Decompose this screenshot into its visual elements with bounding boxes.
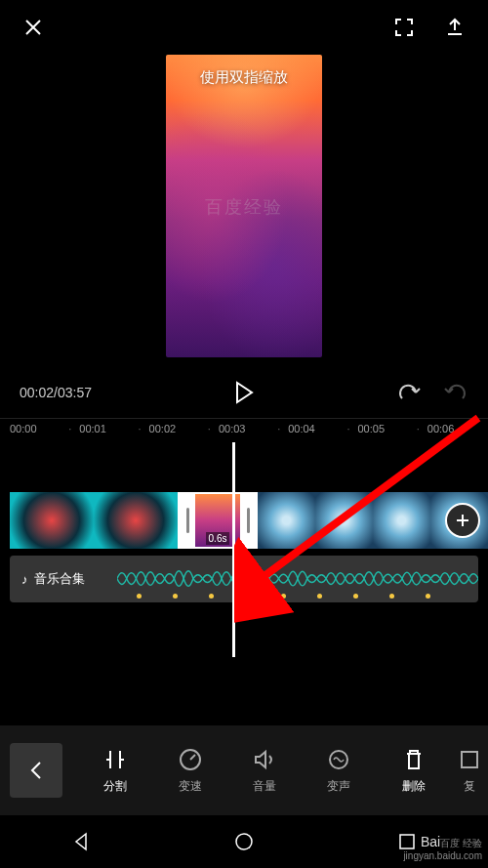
split-icon <box>102 747 128 772</box>
audio-track-label: ♪ 音乐合集 <box>10 570 85 588</box>
time-display: 00:02/03:57 <box>20 385 92 400</box>
speed-icon <box>178 747 203 772</box>
nav-back[interactable] <box>67 828 95 855</box>
tool-restore[interactable]: 复 <box>451 747 488 795</box>
close-button[interactable] <box>20 14 47 41</box>
tool-voice[interactable]: 变声 <box>302 747 376 795</box>
play-button[interactable] <box>228 377 260 408</box>
annotation-arrow <box>234 413 488 628</box>
edit-toolbar: 分割 变速 音量 变声 删除 复 <box>0 725 488 815</box>
clip-handle-left[interactable] <box>180 494 195 547</box>
delete-icon <box>401 747 427 772</box>
undo-button[interactable] <box>396 379 424 406</box>
voice-icon <box>326 747 351 772</box>
nav-home[interactable] <box>230 828 258 855</box>
restore-icon <box>457 747 482 772</box>
volume-icon <box>252 747 277 772</box>
redo-button[interactable] <box>441 379 468 406</box>
tool-split[interactable]: 分割 <box>78 747 152 795</box>
preview-area[interactable]: 使用双指缩放 <box>0 55 488 367</box>
tool-speed[interactable]: 变速 <box>152 747 226 795</box>
svg-line-0 <box>254 418 478 584</box>
video-preview[interactable] <box>166 55 322 357</box>
tool-volume[interactable]: 音量 <box>227 747 302 795</box>
svg-point-4 <box>236 834 252 849</box>
timeline[interactable]: 0.6s ♪ 音乐合集 <box>0 442 488 667</box>
music-note-icon: ♪ <box>21 572 28 587</box>
watermark-corner: Bai百度 经验 jingyan.baidu.com <box>403 834 482 862</box>
toolbar-back-button[interactable] <box>10 743 62 798</box>
tool-delete[interactable]: 删除 <box>376 747 450 795</box>
fullscreen-button[interactable] <box>390 14 418 41</box>
export-button[interactable] <box>441 14 468 41</box>
svg-rect-3 <box>462 752 477 767</box>
pinch-hint: 使用双指缩放 <box>200 68 288 87</box>
clip-duration-label: 0.6s <box>206 532 230 545</box>
video-clip-1[interactable] <box>10 492 178 549</box>
